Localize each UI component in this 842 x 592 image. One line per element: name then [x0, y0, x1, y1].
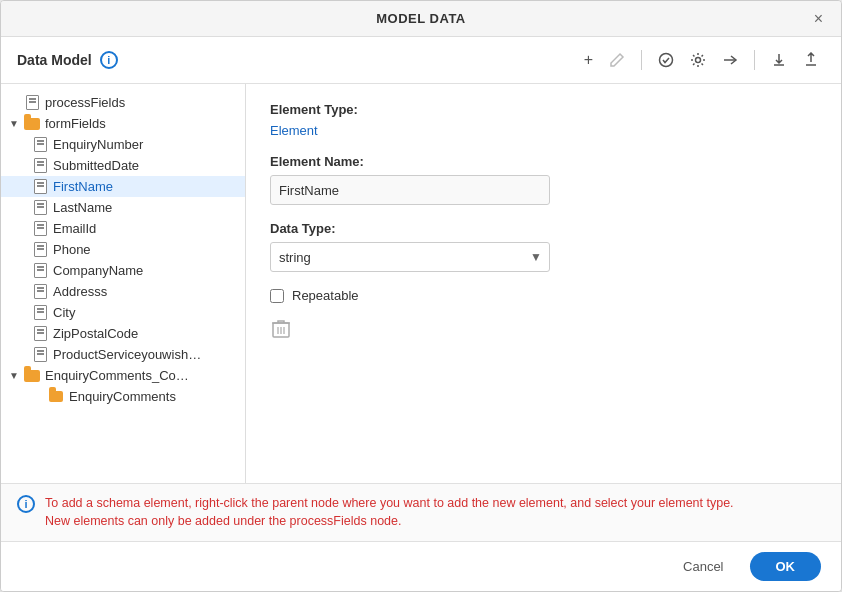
edit-button[interactable]	[603, 48, 631, 72]
ok-button[interactable]: OK	[750, 552, 822, 581]
download-button[interactable]	[765, 48, 793, 72]
field-icon-LastName	[31, 201, 49, 215]
gear-icon	[690, 52, 706, 68]
upload-button[interactable]	[797, 48, 825, 72]
data-type-select-wrapper: string number boolean date object ▼	[270, 242, 550, 272]
tree-item-ZipPostalCode[interactable]: ZipPostalCode	[1, 323, 245, 344]
delete-button[interactable]	[270, 317, 292, 346]
settings-button[interactable]	[684, 48, 712, 72]
tree-item-EnquiryComments[interactable]: EnquiryComments	[1, 386, 245, 407]
tree-label-EnquiryNumber: EnquiryNumber	[53, 137, 143, 152]
validate-button[interactable]	[652, 48, 680, 72]
tree-label-Addresss: Addresss	[53, 284, 107, 299]
svg-point-0	[660, 54, 673, 67]
repeatable-row: Repeatable	[270, 288, 817, 303]
trash-icon	[272, 319, 290, 339]
dialog-title: MODEL DATA	[376, 11, 466, 26]
tree-label-processFields: processFields	[45, 95, 125, 110]
tree-item-EnquiryNumber[interactable]: EnquiryNumber	[1, 134, 245, 155]
toolbar-separator-2	[754, 50, 755, 70]
content-area: processFields ▼ formFields EnquiryNumber	[1, 84, 841, 483]
tree-label-EmailId: EmailId	[53, 221, 96, 236]
element-name-group: Element Name:	[270, 154, 817, 205]
tree-label-formFields: formFields	[45, 116, 106, 131]
tree-label-ProductService: ProductServiceyouwishtoe	[53, 347, 203, 362]
tree-label-FirstName: FirstName	[53, 179, 113, 194]
field-icon-FirstName	[31, 180, 49, 194]
footer: Cancel OK	[1, 541, 841, 591]
header-title: Data Model	[17, 52, 92, 68]
info-bar-content: i To add a schema element, right-click t…	[17, 494, 825, 532]
header-left: Data Model i	[17, 51, 118, 69]
tree-label-EnquiryComments_Comm: EnquiryComments_Comm	[45, 368, 195, 383]
toolbar-separator-1	[641, 50, 642, 70]
model-data-dialog: MODEL DATA × Data Model i +	[0, 0, 842, 592]
element-name-input[interactable]	[270, 175, 550, 205]
field-icon-EnquiryNumber	[31, 138, 49, 152]
tree-label-Phone: Phone	[53, 242, 91, 257]
element-name-label: Element Name:	[270, 154, 817, 169]
folder-field-icon-EnquiryComments	[47, 390, 65, 404]
tree-panel: processFields ▼ formFields EnquiryNumber	[1, 84, 246, 483]
tree-label-CompanyName: CompanyName	[53, 263, 143, 278]
info-bar-icon: i	[17, 495, 35, 513]
tree-item-CompanyName[interactable]: CompanyName	[1, 260, 245, 281]
tree-item-Phone[interactable]: Phone	[1, 239, 245, 260]
folder-icon-processFields	[23, 96, 41, 110]
field-icon-CompanyName	[31, 264, 49, 278]
main-header: Data Model i +	[1, 37, 841, 84]
download-icon	[771, 52, 787, 68]
data-type-select[interactable]: string number boolean date object	[270, 242, 550, 272]
field-icon-EmailId	[31, 222, 49, 236]
field-icon-SubmittedDate	[31, 159, 49, 173]
close-button[interactable]: ×	[808, 9, 829, 29]
tree-item-LastName[interactable]: LastName	[1, 197, 245, 218]
folder-icon-EnquiryComments_Comm	[23, 369, 41, 383]
tree-label-ZipPostalCode: ZipPostalCode	[53, 326, 138, 341]
element-type-value: Element	[270, 123, 817, 138]
field-icon-Phone	[31, 243, 49, 257]
tree-item-SubmittedDate[interactable]: SubmittedDate	[1, 155, 245, 176]
title-bar: MODEL DATA ×	[1, 1, 841, 37]
field-icon-City	[31, 306, 49, 320]
tree-label-SubmittedDate: SubmittedDate	[53, 158, 139, 173]
tree-label-City: City	[53, 305, 75, 320]
element-type-group: Element Type: Element	[270, 102, 817, 138]
info-text-line1: To add a schema element, right-click the…	[45, 494, 734, 513]
repeatable-label[interactable]: Repeatable	[292, 288, 359, 303]
field-icon-Addresss	[31, 285, 49, 299]
header-info-icon[interactable]: i	[100, 51, 118, 69]
add-button[interactable]: +	[578, 47, 599, 73]
folder-icon-formFields	[23, 117, 41, 131]
tree-item-formFields[interactable]: ▼ formFields	[1, 113, 245, 134]
toggle-formFields: ▼	[9, 118, 23, 129]
edit-icon	[609, 52, 625, 68]
share-button[interactable]	[716, 48, 744, 72]
tree-item-EmailId[interactable]: EmailId	[1, 218, 245, 239]
data-type-group: Data Type: string number boolean date ob…	[270, 221, 817, 272]
tree-item-ProductService[interactable]: ProductServiceyouwishtoe	[1, 344, 245, 365]
svg-point-1	[696, 58, 701, 63]
info-bar-text: To add a schema element, right-click the…	[45, 494, 734, 532]
element-type-label: Element Type:	[270, 102, 817, 117]
info-text-line2: New elements can only be added under the…	[45, 512, 734, 531]
tree-item-City[interactable]: City	[1, 302, 245, 323]
tree-item-processFields[interactable]: processFields	[1, 92, 245, 113]
info-bar: i To add a schema element, right-click t…	[1, 483, 841, 542]
tree-label-LastName: LastName	[53, 200, 112, 215]
field-icon-ZipPostalCode	[31, 327, 49, 341]
toggle-EnquiryComments_Comm: ▼	[9, 370, 23, 381]
detail-panel: Element Type: Element Element Name: Data…	[246, 84, 841, 483]
repeatable-checkbox[interactable]	[270, 289, 284, 303]
share-icon	[722, 52, 738, 68]
data-type-label: Data Type:	[270, 221, 817, 236]
tree-item-Addresss[interactable]: Addresss	[1, 281, 245, 302]
tree-item-FirstName[interactable]: FirstName	[1, 176, 245, 197]
tree-item-EnquiryComments_Comm[interactable]: ▼ EnquiryComments_Comm	[1, 365, 245, 386]
tree-label-EnquiryComments: EnquiryComments	[69, 389, 176, 404]
field-icon-ProductService	[31, 348, 49, 362]
cancel-button[interactable]: Cancel	[669, 553, 737, 580]
check-circle-icon	[658, 52, 674, 68]
upload-icon	[803, 52, 819, 68]
toolbar: +	[578, 47, 825, 73]
